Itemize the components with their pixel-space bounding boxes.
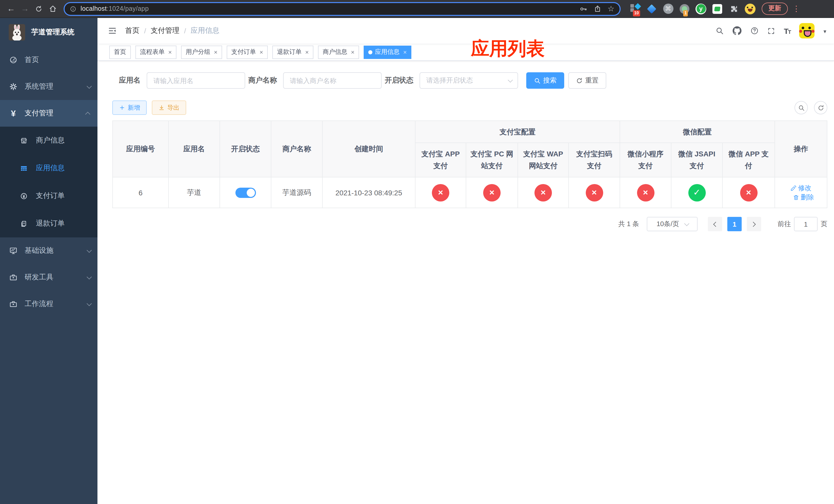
tab-refund-order[interactable]: 退款订单	[272, 45, 313, 59]
alipay-wap-status-icon: ×	[534, 184, 552, 201]
address-bar[interactable]: localhost:1024/pay/app	[64, 2, 621, 16]
chevron-down-icon	[87, 274, 92, 279]
cell-app-name: 芋道	[169, 177, 220, 208]
tab-close-icon[interactable]	[403, 48, 407, 55]
reset-button[interactable]: 重置	[568, 72, 606, 89]
app-logo-block[interactable]: 芋道管理系统	[0, 18, 97, 47]
chevron-down-icon	[87, 301, 92, 306]
extension-kite-icon[interactable]	[646, 3, 657, 14]
breadcrumb-home[interactable]: 首页	[125, 26, 139, 36]
export-button[interactable]: 导出	[152, 100, 186, 115]
tab-merchant-info[interactable]: 商户信息	[318, 45, 359, 59]
bookmark-star-icon[interactable]	[608, 4, 614, 13]
app-logo-rabbit-icon	[9, 24, 25, 41]
extensions-strip: 10 ⌘ 1 y	[630, 3, 755, 14]
app-title: 芋道管理系统	[31, 28, 74, 37]
browser-forward-button[interactable]	[18, 2, 32, 16]
grid-icon	[20, 164, 28, 172]
tab-close-icon[interactable]	[305, 48, 309, 55]
github-icon[interactable]	[732, 26, 742, 36]
user-menu-caret-icon[interactable]	[824, 26, 826, 36]
password-key-icon[interactable]	[579, 5, 587, 13]
col-alipay-qr: 支付宝扫码支付	[569, 143, 620, 177]
app-name-input[interactable]	[153, 77, 239, 84]
edit-link[interactable]: 修改	[790, 183, 811, 192]
merchant-name-input-wrap	[283, 72, 381, 89]
sidebar-item-workflow[interactable]: 工作流程	[0, 291, 97, 317]
sidebar-item-payment[interactable]: ¥ 支付管理	[0, 100, 97, 127]
shop-icon	[20, 136, 28, 144]
browser-update-button[interactable]: 更新	[762, 3, 788, 15]
refresh-table-button[interactable]	[814, 101, 827, 114]
payment-submenu: 商户信息 应用信息 支付订单 退款订单	[0, 127, 97, 237]
sidebar-item-home[interactable]: 首页	[0, 47, 97, 73]
browser-home-button[interactable]	[46, 2, 60, 16]
cell-enabled	[220, 177, 271, 208]
status-label: 开启状态	[385, 76, 413, 85]
show-search-button[interactable]	[794, 101, 808, 114]
page-size-select[interactable]: 10条/页	[647, 217, 698, 231]
next-page-button[interactable]	[747, 217, 761, 231]
extension-grid-icon[interactable]: 10	[630, 3, 641, 14]
status-select[interactable]: 请选择开启状态	[420, 72, 518, 89]
url-text: localhost:1024/pay/app	[81, 5, 149, 12]
prev-page-button[interactable]	[708, 217, 722, 231]
sidebar-item-dev-tools[interactable]: 研发工具	[0, 264, 97, 291]
sidebar-item-system[interactable]: 系统管理	[0, 73, 97, 100]
tab-process-form[interactable]: 流程表单	[135, 45, 176, 59]
help-icon[interactable]	[750, 27, 759, 35]
page-unit-label: 页	[821, 220, 827, 229]
breadcrumb-payment[interactable]: 支付管理	[151, 26, 179, 36]
tab-pay-order[interactable]: 支付订单	[227, 45, 268, 59]
extension-y-icon[interactable]: y	[696, 3, 706, 14]
page-number-button[interactable]: 1	[727, 217, 742, 231]
merchant-name-input[interactable]	[290, 77, 375, 84]
cell-app-id: 6	[113, 177, 169, 208]
sidebar-item-merchant-info[interactable]: 商户信息	[0, 127, 97, 154]
browser-window: localhost:1024/pay/app 10 ⌘ 1 y	[0, 0, 834, 504]
extension-chat-icon[interactable]	[712, 3, 723, 14]
sidebar-collapse-icon[interactable]	[108, 26, 117, 36]
delete-link[interactable]: 删除	[793, 192, 814, 202]
tab-user-group[interactable]: 用户分组	[181, 45, 222, 59]
gear-icon	[9, 83, 18, 91]
search-button[interactable]: 搜索	[526, 72, 564, 89]
cell-actions: 修改删除	[775, 177, 827, 208]
yen-icon: ¥	[9, 109, 18, 117]
sidebar-item-pay-order[interactable]: 支付订单	[0, 182, 97, 210]
col-alipay-pc: 支付宝 PC 网站支付	[466, 143, 518, 177]
col-alipay-wap: 支付宝 WAP 网站支付	[518, 143, 569, 177]
add-button[interactable]: 新增	[112, 100, 147, 115]
tab-close-icon[interactable]	[260, 48, 263, 55]
annotation-title: 应用列表	[471, 37, 545, 62]
workflow-icon	[9, 300, 18, 308]
wechat-app-status-icon: ×	[740, 184, 757, 201]
goto-page-input[interactable]	[794, 217, 818, 231]
profile-avatar-icon[interactable]	[745, 3, 755, 14]
tab-app-info[interactable]: 应用信息	[364, 45, 411, 59]
dashboard-icon	[9, 56, 18, 64]
user-avatar[interactable]	[799, 23, 815, 39]
browser-reload-button[interactable]	[32, 2, 46, 16]
font-size-icon[interactable]: TT	[784, 26, 791, 35]
sidebar-item-refund-order[interactable]: 退款订单	[0, 210, 97, 237]
site-info-icon[interactable]	[70, 5, 76, 12]
tab-close-icon[interactable]	[214, 48, 218, 55]
tab-home[interactable]: 首页	[109, 45, 131, 59]
extension-command-icon[interactable]: ⌘	[663, 3, 674, 14]
extension-camera-icon[interactable]: 1	[679, 3, 690, 14]
enabled-switch[interactable]	[235, 187, 256, 198]
browser-back-button[interactable]	[4, 2, 18, 16]
share-icon[interactable]	[594, 5, 601, 12]
browser-menu-icon[interactable]	[792, 4, 800, 13]
tab-close-icon[interactable]	[168, 48, 172, 55]
col-app-name: 应用名	[169, 121, 220, 177]
tab-close-icon[interactable]	[351, 48, 354, 55]
extension-badge: 1	[683, 10, 688, 16]
sidebar-item-infrastructure[interactable]: 基础设施	[0, 237, 97, 264]
header-search-icon[interactable]	[716, 27, 724, 35]
fullscreen-icon[interactable]	[767, 27, 775, 35]
table-toolbar: 新增 导出	[112, 100, 827, 115]
sidebar-item-app-info[interactable]: 应用信息	[0, 154, 97, 182]
extensions-puzzle-icon[interactable]	[728, 3, 739, 14]
